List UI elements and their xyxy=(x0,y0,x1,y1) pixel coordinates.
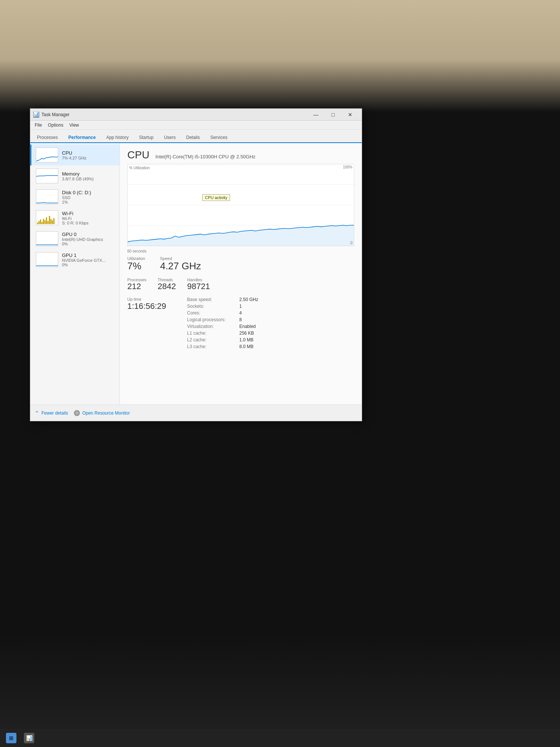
memory-info: Memory 3.8/7.8 GB (49%) xyxy=(62,171,115,181)
wifi-bar-1 xyxy=(37,223,38,224)
taskbar-app-icon: 📊 xyxy=(24,733,34,743)
task-manager-window: 📊 Task Manager — □ ✕ File Options View P… xyxy=(30,108,362,421)
utilization-value: 7% xyxy=(127,261,145,272)
window-title: Task Manager xyxy=(41,112,307,117)
speed-value: 4.27 GHz xyxy=(160,261,201,272)
minimize-button[interactable]: — xyxy=(307,109,324,121)
panel-subtitle: Intel(R) Core(TM) i5-10300H CPU @ 2.50GH… xyxy=(155,154,255,159)
title-bar: 📊 Task Manager — □ ✕ xyxy=(30,109,362,121)
disk-label: Disk 0 (C: D:) xyxy=(62,190,115,195)
stats-row-1: Utilization 7% Speed 4.27 GHz xyxy=(127,256,354,272)
cpu-graph xyxy=(128,164,354,246)
sidebar-item-memory[interactable]: Memory 3.8/7.8 GB (49%) xyxy=(30,165,119,186)
start-icon: ⊞ xyxy=(6,733,16,743)
wifi-info: Wi-Fi Wi-Fi S: 0 R: 0 Kbps xyxy=(62,211,115,225)
gpu0-info: GPU 0 Intel(R) UHD Graphics 0% xyxy=(62,232,115,246)
uptime-value: 1:16:56:29 xyxy=(127,301,180,311)
menu-options[interactable]: Options xyxy=(45,122,66,128)
taskbar-item-app[interactable]: 📊 xyxy=(21,730,37,746)
sockets-val: 1 xyxy=(239,304,242,309)
handles-label: Handles xyxy=(187,278,210,282)
gpu0-thumbnail xyxy=(36,231,58,246)
memory-thumbnail xyxy=(36,168,58,183)
l3-key: L3 cache: xyxy=(187,344,239,349)
l3-val: 8.0 MB xyxy=(239,344,253,349)
wifi-bar-8 xyxy=(47,221,49,224)
wifi-bar-9 xyxy=(49,216,50,224)
disk-type: SSD xyxy=(62,195,115,200)
sidebar-item-cpu[interactable]: CPU 7% 4.27 GHz xyxy=(30,145,119,165)
stats-row-2: Processes 212 Threads 2842 Handles 98721 xyxy=(127,278,354,291)
tab-app-history[interactable]: App history xyxy=(101,133,134,143)
gpu0-name: Intel(R) UHD Graphics xyxy=(62,237,115,242)
l2-row: L2 cache: 1.0 MB xyxy=(187,337,258,342)
gpu1-percent: 0% xyxy=(62,263,115,267)
l3-row: L3 cache: 8.0 MB xyxy=(187,344,258,349)
cpu-detail-panel: CPU Intel(R) Core(TM) i5-10300H CPU @ 2.… xyxy=(120,143,362,405)
taskbar-item-start[interactable]: ⊞ xyxy=(3,730,19,746)
wifi-name: Wi-Fi xyxy=(62,216,115,221)
l2-val: 1.0 MB xyxy=(239,337,253,342)
gpu1-name: NVIDIA GeForce GTX... xyxy=(62,258,115,263)
logical-row: Logical processors: 8 xyxy=(187,317,258,322)
base-speed-val: 2.50 GHz xyxy=(239,297,258,302)
wifi-label: Wi-Fi xyxy=(62,211,115,216)
svg-marker-3 xyxy=(128,225,354,246)
specs-grid: Base speed: 2.50 GHz Sockets: 1 Cores: 4 xyxy=(187,297,258,351)
gpu1-label: GPU 1 xyxy=(62,252,115,258)
base-speed-row: Base speed: 2.50 GHz xyxy=(187,297,258,302)
base-speed-key: Base speed: xyxy=(187,297,239,302)
bottom-bar: ⌃ Fewer details ⊙ Open Resource Monitor xyxy=(30,405,362,421)
wifi-bar-6 xyxy=(44,220,46,224)
gpu0-label: GPU 0 xyxy=(62,232,115,237)
tab-services[interactable]: Services xyxy=(205,133,233,143)
processes-value: 212 xyxy=(127,282,146,291)
sidebar-item-gpu1[interactable]: GPU 1 NVIDIA GeForce GTX... 0% xyxy=(30,249,119,270)
cpu-thumbnail xyxy=(36,148,58,162)
wifi-speed: S: 0 R: 0 Kbps xyxy=(62,221,115,225)
open-resource-monitor-button[interactable]: ⊙ Open Resource Monitor xyxy=(74,410,130,416)
open-resource-monitor-label: Open Resource Monitor xyxy=(82,410,130,416)
memory-stats: 3.8/7.8 GB (49%) xyxy=(62,177,115,181)
gpu0-percent: 0% xyxy=(62,242,115,246)
close-button[interactable]: ✕ xyxy=(342,109,359,121)
sockets-key: Sockets: xyxy=(187,304,239,309)
tab-details[interactable]: Details xyxy=(181,133,205,143)
handles-value: 98721 xyxy=(187,282,210,291)
tab-bar: Processes Performance App history Startu… xyxy=(30,130,362,143)
virtualization-row: Virtualization: Enabled xyxy=(187,324,258,329)
sidebar-item-disk[interactable]: Disk 0 (C: D:) SSD 1% xyxy=(30,186,119,207)
cores-row: Cores: 4 xyxy=(187,310,258,316)
gpu1-info: GPU 1 NVIDIA GeForce GTX... 0% xyxy=(62,252,115,267)
graph-min-label: 0 xyxy=(350,241,352,245)
threads-block: Threads 2842 xyxy=(158,278,176,291)
fewer-details-button[interactable]: ⌃ Fewer details xyxy=(35,410,68,416)
sidebar-item-gpu0[interactable]: GPU 0 Intel(R) UHD Graphics 0% xyxy=(30,228,119,249)
tab-startup[interactable]: Startup xyxy=(134,133,159,143)
graph-time-label: 60 seconds xyxy=(127,249,354,253)
wifi-thumbnail xyxy=(36,210,58,225)
menu-bar: File Options View xyxy=(30,121,362,130)
maximize-button[interactable]: □ xyxy=(324,109,342,121)
app-icon: 📊 xyxy=(33,112,39,118)
tab-performance[interactable]: Performance xyxy=(63,133,101,143)
specs-list: Base speed: 2.50 GHz Sockets: 1 Cores: 4 xyxy=(187,297,258,351)
gpu1-thumbnail xyxy=(36,252,58,267)
menu-file[interactable]: File xyxy=(32,122,45,128)
processes-block: Processes 212 xyxy=(127,278,146,291)
tab-users[interactable]: Users xyxy=(159,133,181,143)
wifi-bar-2 xyxy=(38,221,40,224)
uptime-label: Up time xyxy=(127,297,180,301)
menu-view[interactable]: View xyxy=(66,122,82,128)
virtualization-val: Enabled xyxy=(239,324,256,329)
graph-y-label: % Utilization xyxy=(129,166,150,170)
cores-val: 4 xyxy=(239,310,242,316)
cpu-graph-container: % Utilization 100% 0 CPU activity xyxy=(127,164,354,246)
sidebar-item-wifi[interactable]: Wi-Fi Wi-Fi S: 0 R: 0 Kbps xyxy=(30,207,119,228)
cpu-label: CPU xyxy=(62,150,115,156)
memory-label: Memory xyxy=(62,171,115,177)
tab-processes[interactable]: Processes xyxy=(32,133,63,143)
wifi-bar-11 xyxy=(52,220,53,224)
disk-info: Disk 0 (C: D:) SSD 1% xyxy=(62,190,115,204)
wifi-bar-5 xyxy=(43,219,44,224)
